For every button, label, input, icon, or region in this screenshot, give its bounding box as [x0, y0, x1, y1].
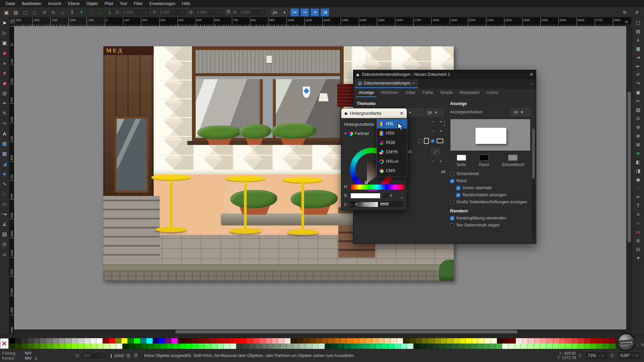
fit-page-to-content-button[interactable]: ⤢	[431, 148, 440, 155]
palette-swatch[interactable]	[211, 344, 217, 349]
palette-swatch[interactable]	[34, 344, 40, 349]
palette-swatch[interactable]	[110, 344, 116, 349]
checkbox[interactable]	[450, 200, 454, 204]
pages-tool[interactable]: ▱	[0, 250, 9, 259]
palette-swatch[interactable]	[546, 344, 553, 349]
palette-swatch[interactable]	[121, 338, 128, 344]
palette-swatch[interactable]	[528, 338, 535, 344]
undo-icon[interactable]: ↶	[634, 70, 643, 79]
palette-swatch[interactable]	[433, 344, 439, 349]
transform-toggle-button[interactable]: ↪	[300, 8, 309, 16]
palette-swatch[interactable]	[236, 344, 243, 349]
palette-swatch[interactable]	[447, 338, 453, 344]
palette-swatch[interactable]	[135, 344, 142, 349]
palette-swatch[interactable]	[376, 344, 382, 349]
dropdown-item[interactable]: RGB	[377, 138, 407, 147]
palette-swatch[interactable]	[325, 344, 331, 349]
duplicate-icon[interactable]: ⊞	[634, 140, 643, 149]
palette-swatch[interactable]	[221, 338, 228, 344]
layer-visibility-icon[interactable]	[126, 354, 130, 358]
palette-swatch[interactable]	[510, 338, 516, 344]
palette-swatch[interactable]	[59, 344, 66, 349]
palette-swatch[interactable]	[300, 344, 306, 349]
dropdown-item[interactable]: HSLuv	[377, 157, 407, 166]
palette-swatch[interactable]	[341, 338, 347, 344]
palette-swatch[interactable]	[303, 338, 309, 344]
palette-swatch[interactable]	[466, 338, 472, 344]
palette-swatch[interactable]	[28, 344, 34, 349]
palette-swatch[interactable]	[171, 338, 178, 344]
palette-swatch[interactable]	[407, 344, 413, 349]
palette-swatch[interactable]	[344, 344, 350, 349]
snap-controls-icon[interactable]: #	[633, 8, 641, 16]
color-wheel-marker[interactable]	[365, 181, 368, 184]
settings-tab[interactable]: Gitter	[403, 89, 418, 97]
palette-swatch[interactable]	[464, 344, 470, 349]
ruler-lock-corner[interactable]	[9, 17, 14, 26]
palette-swatch[interactable]	[579, 338, 585, 344]
menu-item[interactable]: Ebene	[65, 1, 83, 7]
rgba-input[interactable]: ffffffff	[378, 201, 404, 208]
opacity-input[interactable]: 100−+	[81, 352, 106, 359]
palette-swatch[interactable]	[159, 338, 165, 344]
lower-icon[interactable]: ↓	[96, 8, 105, 16]
palette-swatch[interactable]	[426, 344, 433, 349]
menu-item[interactable]: Pfad	[102, 1, 116, 7]
palette-swatch[interactable]	[363, 344, 369, 349]
document-resources-icon[interactable]: ⊡	[634, 245, 643, 253]
palette-swatch[interactable]	[441, 338, 447, 344]
palette-swatch[interactable]	[167, 344, 173, 349]
checkbox[interactable]	[450, 216, 454, 220]
fill-object-icon[interactable]: ■	[634, 149, 643, 157]
transform-toggle-button[interactable]: ↦	[290, 8, 299, 16]
settings-tab[interactable]: Lizenz	[484, 89, 501, 97]
palette-swatch[interactable]	[322, 338, 328, 344]
palette-swatch[interactable]	[230, 344, 237, 349]
layers-dialog-icon[interactable]: ≡	[634, 210, 643, 218]
palette-swatch[interactable]	[391, 338, 397, 344]
palette-swatch[interactable]	[78, 338, 84, 344]
palette-swatch[interactable]	[516, 338, 522, 344]
palette-swatch[interactable]	[459, 338, 466, 344]
palette-swatch[interactable]	[53, 344, 59, 349]
palette-swatch[interactable]	[165, 338, 171, 344]
rectangle-tool[interactable]: ■	[0, 48, 9, 58]
menu-item[interactable]: Filter	[131, 1, 146, 7]
flip-horizontal-icon[interactable]: ⇔	[58, 8, 67, 16]
selection-dots-icon[interactable]: ◌	[634, 184, 643, 192]
unit-dropdown[interactable]: px▾	[270, 9, 288, 16]
palette-swatch[interactable]	[284, 338, 291, 344]
menu-item[interactable]: Ansicht	[45, 1, 64, 7]
palette-swatch[interactable]	[28, 338, 34, 344]
palette-swatch[interactable]	[470, 344, 477, 349]
palette-swatch[interactable]	[249, 344, 255, 349]
checkbox[interactable]	[456, 186, 460, 190]
import-icon[interactable]: ⇥	[634, 53, 643, 61]
palette-swatch[interactable]	[78, 344, 85, 349]
palette-swatch[interactable]	[572, 338, 579, 344]
palette-swatch[interactable]	[413, 344, 420, 349]
palette-swatch[interactable]	[540, 344, 546, 349]
paste-icon[interactable]: ▧	[634, 105, 643, 114]
dropdown-item[interactable]: CMS	[377, 166, 407, 175]
x-input[interactable]: 0,000−+	[120, 9, 150, 16]
checkbox-row[interactable]: Kantenglättung verwenden	[450, 215, 531, 222]
dropper-tool[interactable]: ◢	[0, 159, 9, 168]
ellipse-tool[interactable]: ●	[0, 58, 9, 68]
palette-swatch[interactable]	[312, 344, 319, 349]
palette-swatch[interactable]	[535, 338, 541, 344]
palette-swatch[interactable]	[53, 338, 59, 344]
box3d-tool[interactable]: ◆	[0, 79, 9, 88]
palette-swatch[interactable]	[9, 338, 15, 344]
palette-swatch[interactable]	[559, 344, 565, 349]
raise-to-top-icon[interactable]: ↟	[77, 8, 86, 16]
export-icon[interactable]: ⇤	[634, 62, 643, 70]
palette-swatch[interactable]	[59, 338, 65, 344]
eraser-tool[interactable]: ▭	[0, 199, 9, 209]
save-document-icon[interactable]: ⇓	[634, 36, 643, 44]
saturation-value[interactable]: 0	[382, 192, 394, 199]
palette-swatch[interactable]	[369, 344, 376, 349]
palette-swatch[interactable]	[128, 338, 134, 344]
copy-icon[interactable]: ▣	[634, 88, 643, 96]
palette-swatch[interactable]	[178, 338, 184, 344]
